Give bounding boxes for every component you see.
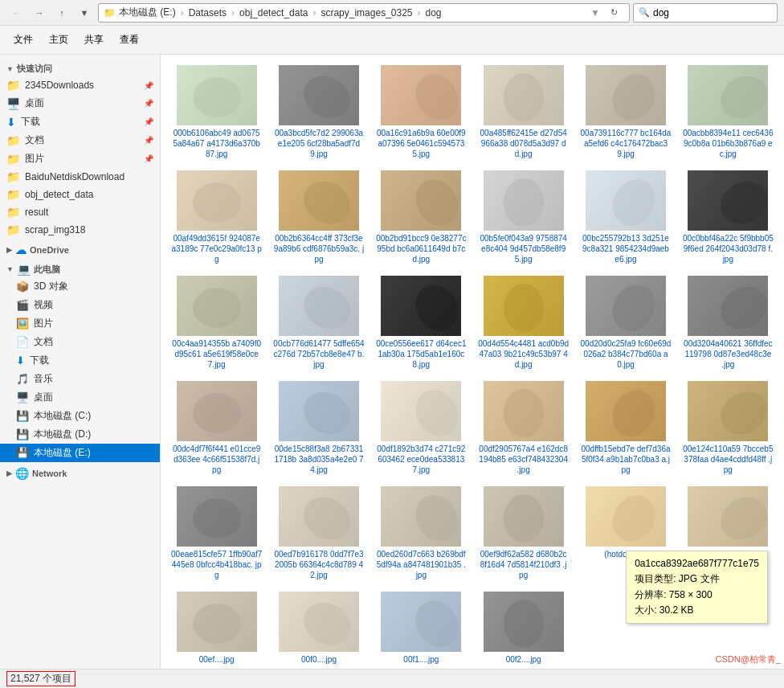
back-button[interactable]: ← xyxy=(6,4,27,22)
sidebar-item-3dobjects[interactable]: 📦 3D 对象 xyxy=(0,277,160,296)
file-thumbnail xyxy=(381,381,461,441)
file-item[interactable]: 00b5fe0f043a9 9758874e8c404 9d457db58e8f… xyxy=(474,166,573,268)
sidebar-item-result[interactable]: 📁 result xyxy=(0,203,160,221)
file-name: 00dc4df7f6f441 e01cce9d363ee 4c66f51538f… xyxy=(171,444,262,475)
file-item[interactable]: 00acbb8394e11 cec64369c0b8a 01b6b3b876a9… xyxy=(679,61,778,163)
3d-icon: 📦 xyxy=(16,281,29,293)
video-icon: 🎬 xyxy=(16,299,29,311)
sidebar-item-docs[interactable]: 📁 文档 📌 xyxy=(0,131,160,149)
file-item[interactable]: 00a3bcd5fc7d2 299063ae1e205 6cf28ba5adf7… xyxy=(269,61,368,163)
toolbar: 文件 主页 共享 查看 xyxy=(0,26,784,55)
file-item[interactable]: 00b2b6364cc4ff 373cf3e9a89b6 cdf6876b59a… xyxy=(269,166,368,268)
sidebar-item-dsk[interactable]: 🖥️ 桌面 xyxy=(0,388,160,407)
file-item[interactable]: 00ef....jpg xyxy=(167,588,266,669)
sidebar-item-drivec[interactable]: 💾 本地磁盘 (C:) xyxy=(0,407,160,425)
toolbar-view[interactable]: 查看 xyxy=(112,30,146,50)
item-count: 21,527 个项目 xyxy=(6,671,76,686)
file-item[interactable]: 00a739116c777 bc164daa5efd6 c4c176472bac… xyxy=(576,61,675,163)
file-thumbnail xyxy=(586,486,666,547)
file-name: 00f2....jpg xyxy=(506,654,541,665)
search-input[interactable] xyxy=(653,7,772,18)
toolbar-home[interactable]: 主页 xyxy=(42,30,76,50)
sidebar-item-label: BaiduNetdiskDownload xyxy=(25,171,125,182)
network-header[interactable]: ▶ 🌐 Network xyxy=(0,462,160,481)
search-box[interactable]: 🔍 xyxy=(633,3,778,23)
onedrive-header[interactable]: ▶ ☁ OneDrive xyxy=(0,239,160,258)
thispc-header[interactable]: ▼ 💻 此电脑 xyxy=(0,258,160,277)
sidebar-item-baidunetdisk[interactable]: 📁 BaiduNetdiskDownload xyxy=(0,168,160,186)
file-item[interactable]: 00f2....jpg xyxy=(474,588,573,669)
file-item[interactable]: 00ce0556ee617 d64cec11ab30a 175d5ab1e160… xyxy=(372,272,471,374)
file-item[interactable]: 00df1892b3d74 c271c92603462 ece0dea53381… xyxy=(372,377,471,479)
sidebar-item-label: scrap_img318 xyxy=(25,224,85,235)
file-thumbnail xyxy=(279,65,359,125)
sidebar-item-drived[interactable]: 💾 本地磁盘 (D:) xyxy=(0,425,160,444)
file-item[interactable]: 00ef9df62a582 d680b2c8f16d4 7d5814f210df… xyxy=(474,482,573,584)
refresh-button[interactable]: ↻ xyxy=(603,4,624,22)
file-item[interactable]: 00de15c88f3a8 2b673311718b 3a8d035a4e2e0… xyxy=(269,377,368,479)
drive-e-icon: 💾 xyxy=(16,447,29,459)
file-thumbnail xyxy=(586,276,666,336)
sidebar-item-label: 本地磁盘 (C:) xyxy=(34,409,91,423)
sidebar-item-2345downloads[interactable]: 📁 2345Downloads 📌 xyxy=(0,76,160,94)
file-item[interactable]: 00cb776d61477 5dffe654c276d 72b57cb8e8e4… xyxy=(269,272,368,374)
sidebar-item-desktop[interactable]: 🖥️ 桌面 📌 xyxy=(0,94,160,113)
file-item[interactable]: 00dffb15ebd7e def7d36a5f0f34 a9b1ab7c0ba… xyxy=(576,377,675,479)
address-bar[interactable]: 📁 本地磁盘 (E:) › Datasets › obj_detect_data… xyxy=(98,3,630,23)
file-thumbnail xyxy=(177,170,257,231)
sidebar-item-objdetect[interactable]: 📁 obj_detect_data xyxy=(0,186,160,203)
breadcrumb-datasets: Datasets xyxy=(189,7,227,18)
file-item[interactable]: 00c4aa914355b a7409f0d95c61 a5e619f58e0c… xyxy=(167,272,266,374)
file-item[interactable]: 00eae815cfe57 1ffb90af7445e8 0bfcc4b418b… xyxy=(167,482,266,584)
file-name: 00ef9df62a582 d680b2c8f16d4 7d5814f210df… xyxy=(478,549,569,580)
sidebar-item-pics[interactable]: 🖼️ 图片 xyxy=(0,314,160,333)
quick-access-label: 快速访问 xyxy=(17,63,52,75)
sidebar-item-video[interactable]: 🎬 视频 xyxy=(0,296,160,314)
drive-c-icon: 💾 xyxy=(16,410,29,422)
file-item[interactable]: 00d4d554c4481 acd0b9d47a03 9b21c49c53b97… xyxy=(474,272,573,374)
file-item[interactable]: 00c0bbf46a22c 5f9bbb059f6ed 264f2043d03d… xyxy=(679,166,778,268)
toolbar-file[interactable]: 文件 xyxy=(6,30,40,50)
desktop-icon: 🖥️ xyxy=(6,97,20,110)
sidebar-item-label: 桌面 xyxy=(25,96,44,110)
search-icon: 🔍 xyxy=(639,7,650,18)
forward-button[interactable]: → xyxy=(29,4,50,22)
file-item[interactable]: 00ed260d7c663 b269bdf5df94a a847481901b3… xyxy=(372,482,471,584)
titlebar: ← → ↑ ▼ 📁 本地磁盘 (E:) › Datasets › obj_det… xyxy=(0,0,784,26)
sidebar-item-drivee[interactable]: 💾 本地磁盘 (E:) xyxy=(0,444,160,462)
file-item[interactable]: 000b6106abc49 ad06755a84a67 a4173d6a370b… xyxy=(167,61,266,163)
file-item[interactable]: 00a485ff62415e d27d54966a38 d078d5a3d97 … xyxy=(474,61,573,163)
file-name: 00dffb15ebd7e def7d36a5f0f34 a9b1ab7c0ba… xyxy=(580,444,671,475)
file-item[interactable]: 00af49dd3615f 924087ea3189c 77e0c29a0fc1… xyxy=(167,166,266,268)
tooltip-dimensions: 分辨率: 758 × 300 xyxy=(635,588,759,603)
file-item[interactable]: 00d20d0c25fa9 fc60e69d026a2 b384c77bd60a… xyxy=(576,272,675,374)
file-name: 00f0....jpg xyxy=(301,654,337,665)
sidebar-item-downloads[interactable]: ⬇ 下载 📌 xyxy=(0,113,160,131)
file-item[interactable]: 00a16c91a6b9a 60e00f9a07396 5e0461c59457… xyxy=(372,61,471,163)
file-item[interactable]: 00dc4df7f6f441 e01cce9d363ee 4c66f51538f… xyxy=(167,377,266,479)
sidebar-item-documents[interactable]: 📄 文档 xyxy=(0,333,160,351)
toolbar-share[interactable]: 共享 xyxy=(77,30,111,50)
sidebar-item-label: 下载 xyxy=(30,354,49,367)
file-item[interactable]: 00d3204a40621 36ffdfec119798 0d87e3ed48c… xyxy=(679,272,778,374)
sidebar-item-music[interactable]: 🎵 音乐 xyxy=(0,370,160,388)
file-thumbnail xyxy=(279,592,359,652)
quick-access-header[interactable]: ▼ 快速访问 xyxy=(0,58,160,76)
sidebar-item-label: 桌面 xyxy=(34,391,53,404)
file-item[interactable]: 00f0....jpg xyxy=(269,588,368,669)
file-item[interactable]: 00e124c110a59 7bcceb5378faa d4ae4cddfd48… xyxy=(679,377,778,479)
file-item[interactable]: 00bc255792b13 3d251e9c8a321 9854234d9aeb… xyxy=(576,166,675,268)
recent-button[interactable]: ▼ xyxy=(74,4,95,22)
file-item[interactable]: 00df2905767a4 e162dc8194b85 e63cf7484323… xyxy=(474,377,573,479)
sidebar-item-scrapimg[interactable]: 📁 scrap_img318 xyxy=(0,221,160,239)
file-item[interactable]: 00b2bd91bcc9 0e38277c95bd bc6a0611649d b… xyxy=(372,166,471,268)
sidebar-item-dl[interactable]: ⬇ 下载 xyxy=(0,351,160,370)
file-item[interactable]: 00ed7b916178 0dd7f7e32005b 66364c4c8d789… xyxy=(269,482,368,584)
sidebar-item-pictures[interactable]: 📁 图片 📌 xyxy=(0,149,160,168)
file-name: 00b2b6364cc4ff 373cf3e9a89b6 cdf6876b59a… xyxy=(273,233,364,264)
file-item[interactable]: 00f1....jpg xyxy=(372,588,471,669)
file-name: 00b5fe0f043a9 9758874e8c404 9d457db58e8f… xyxy=(478,233,569,264)
onedrive-chevron: ▶ xyxy=(6,246,12,254)
nav-buttons: ← → ↑ ▼ xyxy=(6,4,95,22)
up-button[interactable]: ↑ xyxy=(51,4,72,22)
